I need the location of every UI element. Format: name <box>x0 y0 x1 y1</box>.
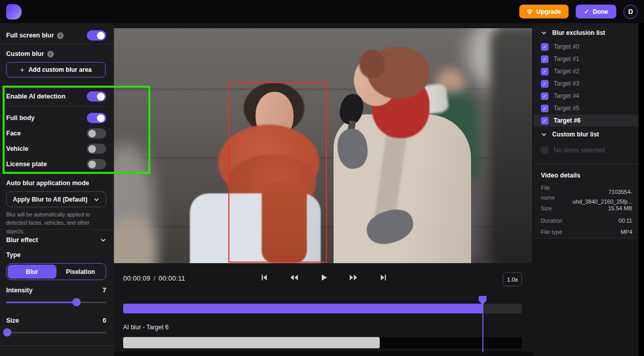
play-button[interactable] <box>319 272 329 283</box>
divider <box>0 345 114 346</box>
target-6-checkbox[interactable]: ✓ <box>541 117 549 125</box>
target-5-label: Target #5 <box>554 105 579 112</box>
skip-end-icon <box>379 273 387 282</box>
intensity-slider-thumb[interactable] <box>72 298 81 306</box>
user-avatar[interactable]: D <box>623 5 638 19</box>
target-row-6[interactable]: ✓ Target #6 <box>534 114 638 127</box>
add-custom-blur-area-button[interactable]: + Add custom blur area <box>6 62 106 77</box>
time-display: 00:00:09/00:00:11 <box>123 274 185 282</box>
upgrade-button[interactable]: Upgrade <box>519 5 569 18</box>
full-body-toggle[interactable] <box>87 113 106 123</box>
auto-blur-mode-dropdown[interactable]: Apply Blur to All (Default) <box>6 191 106 207</box>
size-value: 15.54 MB <box>608 204 632 213</box>
rewind-button[interactable] <box>288 272 300 283</box>
divider <box>0 229 114 230</box>
blur-effect-label: Blur effect <box>6 236 38 244</box>
vehicle-toggle[interactable] <box>87 144 106 154</box>
chevron-down-icon <box>541 131 547 137</box>
size-slider-thumb[interactable] <box>3 328 11 337</box>
target-5-checkbox[interactable]: ✓ <box>541 105 549 112</box>
chevron-down-icon <box>100 237 106 243</box>
target-1-checkbox[interactable]: ✓ <box>541 55 549 63</box>
target-0-checkbox[interactable]: ✓ <box>541 43 549 51</box>
video-details-header: Video details <box>541 172 580 179</box>
fast-forward-icon <box>349 273 358 282</box>
full-screen-blur-toggle[interactable] <box>87 30 106 41</box>
info-icon[interactable]: i <box>47 51 54 57</box>
target-row-2[interactable]: ✓ Target #2 <box>534 65 638 77</box>
video-frame[interactable] <box>114 28 532 263</box>
license-plate-row: License plate <box>6 156 106 172</box>
file-type-value: MP4 <box>620 227 632 237</box>
face-toggle[interactable] <box>87 128 106 139</box>
timeline-progress-fill <box>123 304 482 313</box>
custom-blur-list-header[interactable]: Custom blur list <box>541 131 599 138</box>
skip-start-icon <box>260 273 268 282</box>
auto-blur-mode-selected: Apply Blur to All (Default) <box>13 196 88 203</box>
empty-checkbox[interactable] <box>541 146 549 154</box>
auto-blur-help-text: Blur will be automatically applied to de… <box>6 210 107 235</box>
license-plate-label: License plate <box>6 161 47 168</box>
playhead-line <box>482 303 483 352</box>
enable-ai-detection-row: Enable AI detection <box>6 89 106 104</box>
target-0-label: Target #0 <box>554 43 579 50</box>
target-row-3[interactable]: ✓ Target #3 <box>534 77 638 90</box>
target-3-checkbox[interactable]: ✓ <box>541 80 549 88</box>
target-2-label: Target #2 <box>554 68 579 75</box>
intensity-label: Intensity <box>6 287 32 294</box>
duration-value: 00:11 <box>618 216 632 226</box>
app-logo[interactable] <box>6 4 22 19</box>
top-bar: Upgrade ✓ Done D <box>0 0 644 23</box>
detection-box-target[interactable] <box>228 82 327 263</box>
target-1-label: Target #1 <box>554 55 579 63</box>
plus-icon: + <box>20 66 24 74</box>
size-slider[interactable] <box>3 328 106 337</box>
blur-track[interactable] <box>123 337 522 348</box>
auto-blur-mode-label: Auto blur application mode <box>6 180 89 187</box>
blur-effect-header[interactable]: Blur effect <box>6 235 106 245</box>
target-row-4[interactable]: ✓ Target #4 <box>534 90 638 102</box>
target-3-label: Target #3 <box>554 80 579 87</box>
divider <box>534 164 638 164</box>
blur-exclusion-list-header[interactable]: Blur exclusion list <box>541 29 605 36</box>
fast-forward-button[interactable] <box>348 272 359 283</box>
file-name-row: File name 7103554-uhd_3840_2160_25fp... <box>541 183 632 206</box>
size-row: Size 15.54 MB <box>541 204 632 213</box>
skip-start-button[interactable] <box>259 272 269 283</box>
target-4-checkbox[interactable]: ✓ <box>541 92 549 100</box>
intensity-slider[interactable] <box>6 298 106 306</box>
target-6-label: Target #6 <box>554 117 580 124</box>
face-label: Face <box>6 130 21 137</box>
size-label: Size <box>541 204 552 213</box>
enable-ai-detection-label: Enable AI detection <box>6 93 66 100</box>
target-row-0[interactable]: ✓ Target #0 <box>534 41 638 53</box>
target-2-checkbox[interactable]: ✓ <box>541 68 549 75</box>
right-lists-panel: Blur exclusion list ✓ Target #0 ✓ Target… <box>534 23 638 356</box>
blur-track-label: AI blur - Target 6 <box>123 324 169 331</box>
full-body-row: Full body <box>6 110 106 126</box>
divider <box>6 106 108 107</box>
blur-option[interactable]: Blur <box>8 265 56 279</box>
info-icon[interactable]: i <box>57 32 64 39</box>
done-label: Done <box>593 8 608 15</box>
interviewer-hair-front <box>359 50 385 78</box>
license-plate-toggle[interactable] <box>87 159 106 169</box>
enable-ai-detection-toggle[interactable] <box>87 91 106 102</box>
target-row-5[interactable]: ✓ Target #5 <box>534 102 638 114</box>
target-row-1[interactable]: ✓ Target #1 <box>534 53 638 65</box>
face-row: Face <box>6 126 106 141</box>
done-button[interactable]: ✓ Done <box>576 5 616 18</box>
custom-blur-empty-row: No items selected <box>541 146 604 154</box>
pixelation-option[interactable]: Pixelation <box>56 265 105 279</box>
full-screen-blur-label: Full screen blur i <box>6 32 64 39</box>
playback-speed-button[interactable]: 1.0x <box>503 272 522 286</box>
timeline-progress-bar[interactable] <box>123 304 522 313</box>
no-items-label: No items selected <box>554 147 604 154</box>
blur-type-segmented-control: Blur Pixelation <box>6 263 106 280</box>
skip-end-button[interactable] <box>378 272 388 283</box>
size-value: 0 <box>103 317 106 324</box>
duration-label: Duration <box>541 216 562 226</box>
blur-track-active-segment[interactable] <box>123 337 380 348</box>
file-name-value: 7103554-uhd_3840_2160_25fp... <box>564 183 632 206</box>
play-icon <box>320 273 328 282</box>
